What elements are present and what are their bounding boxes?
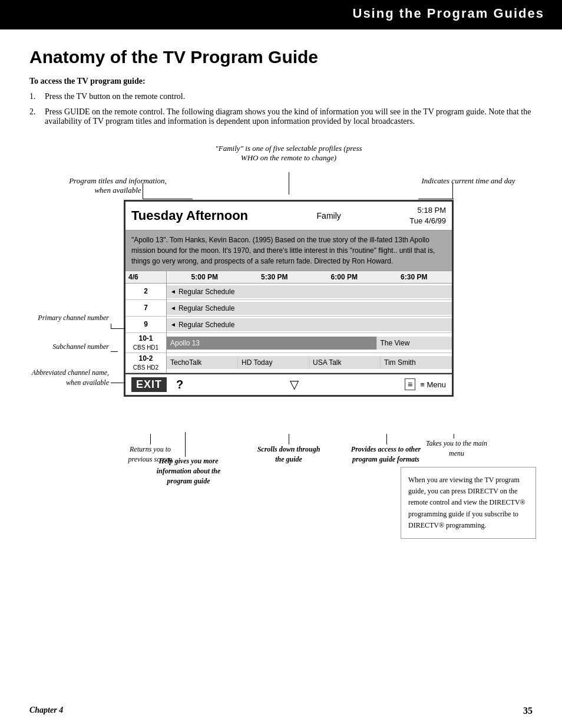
guide-bottom-bar: EXIT ? ▽ ≡ ≡ Menu — [125, 373, 452, 395]
section-title: Anatomy of the TV Program Guide — [29, 47, 533, 67]
help-button[interactable]: ? — [176, 378, 183, 391]
guide-title: Tuesday Afternoon — [131, 208, 248, 223]
guide-row-ch10-1: 10-1 CBS HD1 Apollo 13 The View — [125, 333, 452, 353]
guide-row-ch7: 7 ◄ Regular Schedule — [125, 300, 452, 317]
guide-row-ch2: 2 ◄ Regular Schedule — [125, 284, 452, 300]
scroll-button[interactable]: ▽ — [290, 377, 299, 391]
footer-chapter: Chapter 4 — [29, 706, 63, 716]
note-box: When you are viewing the TV program guid… — [401, 467, 536, 539]
guide-header: Tuesday Afternoon Family 5:18 PM Tue 4/6… — [125, 202, 452, 230]
page-footer: Chapter 4 35 — [0, 706, 562, 716]
guide-time-row: 4/6 5:00 PM 5:30 PM 6:00 PM 6:30 PM — [125, 271, 452, 284]
primary-channel-callout: Primary channel number — [29, 314, 109, 322]
callout-top-left: Program titles and information, when ava… — [65, 176, 171, 195]
takes-callout: Takes you to the main menu — [418, 439, 495, 459]
menu-button[interactable]: ≡ Menu — [420, 380, 446, 389]
guide-description: "Apollo 13". Tom Hanks, Kevin Bacon. (19… — [125, 230, 452, 271]
guide-row-ch9: 9 ◄ Regular Schedule — [125, 317, 452, 333]
guide-row-ch10-2: 10-2 CBS HD2 TechoTalk HD Today USA Talk… — [125, 353, 452, 373]
callout-top-right: Indicates current time and day — [418, 176, 518, 186]
step-2: 2. Press GUIDE on the remote control. Th… — [29, 107, 533, 126]
help-callout: Help gives you more information about th… — [156, 456, 221, 486]
step-1: 1. Press the TV button on the remote con… — [29, 92, 533, 101]
access-subtitle: To access the TV program guide: — [29, 77, 533, 86]
page-header: Using the Program Guides — [0, 0, 562, 28]
subchannel-callout: Subchannel number — [38, 342, 109, 351]
exit-button[interactable]: EXIT — [131, 377, 167, 392]
header-title: Using the Program Guides — [353, 6, 545, 21]
footer-page: 35 — [523, 706, 533, 716]
callout-top-center: "Family" is one of five selectable profi… — [212, 144, 365, 163]
format-icon[interactable]: ≡ — [405, 378, 415, 390]
guide-time: 5:18 PM Tue 4/6/99 — [409, 205, 446, 226]
guide-profile: Family — [317, 211, 341, 220]
scrolls-callout: Scrolls down through the guide — [256, 444, 321, 465]
tv-guide-screen: Tuesday Afternoon Family 5:18 PM Tue 4/6… — [124, 200, 454, 397]
abbreviated-callout: Abbreviated channel name, when available — [29, 368, 109, 388]
provides-callout: Provides access to other program guide f… — [348, 444, 424, 465]
